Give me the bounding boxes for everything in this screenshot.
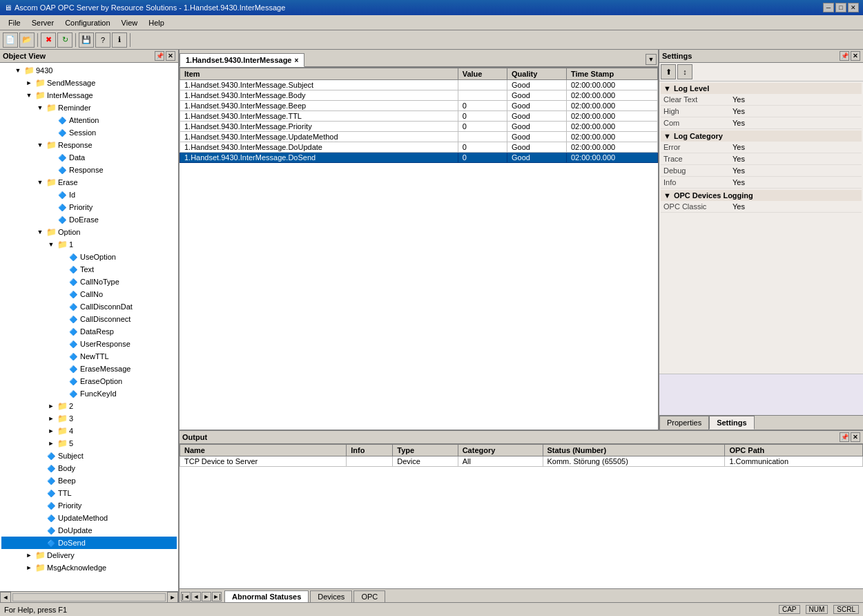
tree-node-nDoErase[interactable]: 🔷DoErase [1, 213, 177, 226]
log-category-header[interactable]: ▼ Log Category [661, 131, 862, 142]
opc-devices-header[interactable]: ▼ OPC Devices Logging [661, 190, 862, 201]
tree-node-nUserResponse[interactable]: 🔷UserResponse [1, 338, 177, 350]
tab-settings[interactable]: Settings [709, 416, 754, 430]
tree-node-nNewTTL[interactable]: 🔷NewTTL [1, 350, 177, 363]
tree-node-nEraseMessage[interactable]: 🔷EraseMessage [1, 363, 177, 375]
tree-node-n3[interactable]: ►📁3 [1, 412, 177, 425]
open-button[interactable]: 📂 [19, 32, 35, 48]
tree-node-nDoUpdate[interactable]: 🔷DoUpdate [1, 524, 177, 537]
tree-node-nPriority2[interactable]: 🔷Priority [1, 499, 177, 512]
tree-expander[interactable]: ► [23, 77, 35, 88]
output-pin-button[interactable]: 📌 [840, 432, 849, 442]
tab-close-button[interactable]: × [294, 57, 298, 64]
tree-node-nSession[interactable]: 🔷Session [1, 126, 177, 139]
output-nav-next[interactable]: ► [202, 592, 211, 601]
tree-node-nDelivery[interactable]: ►📁Delivery [1, 549, 177, 561]
scroll-right-button[interactable]: ► [167, 592, 178, 603]
output-tab-abnormal[interactable]: Abnormal Statuses [224, 590, 309, 602]
table-row[interactable]: 1.Handset.9430.InterMessage.DoSend 0 Goo… [180, 153, 658, 163]
tree-node-nResponse2[interactable]: 🔷Response [1, 164, 177, 176]
table-row[interactable]: 1.Handset.9430.InterMessage.Priority 0 G… [180, 122, 658, 132]
tree-expander[interactable]: ▼ [35, 139, 46, 151]
tree-node-nSendMsg[interactable]: ►📁SendMessage [1, 77, 177, 89]
table-row[interactable]: 1.Handset.9430.InterMessage.TTL 0 Good 0… [180, 111, 658, 122]
new-button[interactable]: 📄 [3, 32, 18, 48]
tree-expander[interactable]: ▼ [12, 65, 23, 76]
tree-expander[interactable]: ► [23, 562, 35, 573]
menu-configuration[interactable]: Configuration [59, 17, 115, 28]
tree-node-nResponse[interactable]: ▼📁Response [1, 139, 177, 151]
output-nav-prev[interactable]: ◄ [191, 592, 201, 601]
output-close-button[interactable]: ✕ [851, 432, 860, 442]
panel-close-button[interactable]: ✕ [166, 51, 175, 61]
tree-node-nData[interactable]: 🔷Data [1, 151, 177, 164]
tree-node-nCallDisconnDat[interactable]: 🔷CallDisconnDat [1, 300, 177, 313]
settings-pin-button[interactable]: 📌 [840, 51, 849, 61]
tree-expander[interactable]: ▼ [35, 227, 46, 238]
table-row[interactable]: 1.Handset.9430.InterMessage.UpdateMethod… [180, 132, 658, 142]
tab-nav-button[interactable]: ▼ [646, 54, 657, 65]
refresh-button[interactable]: ↻ [57, 32, 72, 48]
tree-expander[interactable]: ► [46, 401, 57, 412]
help-button[interactable]: ? [95, 32, 110, 48]
output-tab-devices[interactable]: Devices [310, 590, 352, 602]
tree-node-nText[interactable]: 🔷Text [1, 263, 177, 276]
tree-node-nSubject[interactable]: 🔷Subject [1, 450, 177, 462]
menu-server[interactable]: Server [26, 17, 59, 28]
tree-node-nPriority[interactable]: 🔷Priority [1, 201, 177, 213]
tree-node-nCallDisconnect[interactable]: 🔷CallDisconnect [1, 313, 177, 325]
tree-node-nAttention[interactable]: 🔷Attention [1, 114, 177, 126]
table-row[interactable]: 1.Handset.9430.InterMessage.Body Good 02… [180, 90, 658, 101]
table-row[interactable]: 1.Handset.9430.InterMessage.Subject Good… [180, 80, 658, 90]
tree-node-nErase[interactable]: ▼📁Erase [1, 176, 177, 189]
tree-expander[interactable]: ▼ [35, 102, 46, 113]
tree-node-n9430[interactable]: ▼📁9430 [1, 64, 177, 77]
tree-node-nId[interactable]: 🔷Id [1, 189, 177, 201]
tree-node-nBeep[interactable]: 🔷Beep [1, 474, 177, 487]
tree-node-nOption[interactable]: ▼📁Option [1, 226, 177, 238]
settings-btn-2[interactable]: ↕ [677, 64, 692, 79]
stop-button[interactable]: ✖ [41, 32, 56, 48]
tab-properties[interactable]: Properties [659, 416, 709, 430]
table-row[interactable]: 1.Handset.9430.InterMessage.Beep 0 Good … [180, 101, 658, 111]
tree-expander[interactable]: ► [46, 425, 57, 436]
tree-node-nCallNoType[interactable]: 🔷CallNoType [1, 276, 177, 288]
tree-node-nUseOption[interactable]: 🔷UseOption [1, 251, 177, 263]
menu-help[interactable]: Help [143, 17, 170, 28]
tree-node-n5[interactable]: ►📁5 [1, 437, 177, 450]
settings-close-button[interactable]: ✕ [851, 51, 860, 61]
tree-expander[interactable]: ► [23, 550, 35, 561]
tree-node-n4[interactable]: ►📁4 [1, 425, 177, 437]
panel-pin-button[interactable]: 📌 [155, 51, 164, 61]
tree-node-nEraseOption[interactable]: 🔷EraseOption [1, 375, 177, 387]
tree-expander[interactable]: ▼ [46, 239, 57, 250]
tree-node-nInterMsg[interactable]: ▼📁InterMessage [1, 89, 177, 102]
tree-node-nFuncKeyId[interactable]: 🔷FuncKeyId [1, 387, 177, 400]
tree-node-nTTL[interactable]: 🔷TTL [1, 487, 177, 499]
main-tab[interactable]: 1.Handset.9430.InterMessage × [180, 53, 304, 67]
close-button[interactable]: ✕ [848, 3, 859, 12]
info-button[interactable]: ℹ [112, 32, 127, 48]
tree-node-nUpdateMethod[interactable]: 🔷UpdateMethod [1, 512, 177, 524]
tree-node-n1[interactable]: ▼📁1 [1, 238, 177, 251]
minimize-button[interactable]: ─ [823, 3, 834, 12]
output-nav-first[interactable]: |◄ [181, 592, 191, 601]
scroll-track[interactable] [12, 593, 166, 601]
tree-node-nReminder[interactable]: ▼📁Reminder [1, 102, 177, 114]
tree-expander[interactable]: ► [46, 438, 57, 449]
tree-node-nMsgAckn[interactable]: ►📁MsgAcknowledge [1, 561, 177, 574]
tree-node-nBody[interactable]: 🔷Body [1, 462, 177, 474]
output-tab-opc[interactable]: OPC [353, 590, 385, 602]
log-level-header[interactable]: ▼ Log Level [661, 83, 862, 94]
tree-expander[interactable]: ▼ [35, 177, 46, 188]
save-button[interactable]: 💾 [79, 32, 94, 48]
menu-view[interactable]: View [116, 17, 144, 28]
output-nav-last[interactable]: ►| [212, 592, 222, 601]
table-row[interactable]: 1.Handset.9430.InterMessage.DoUpdate 0 G… [180, 142, 658, 153]
maximize-button[interactable]: □ [835, 3, 846, 12]
tree-node-n2[interactable]: ►📁2 [1, 400, 177, 412]
settings-btn-1[interactable]: ⬆ [661, 64, 676, 79]
scroll-left-button[interactable]: ◄ [0, 592, 11, 603]
output-row[interactable]: TCP Device to Server Device All Komm. St… [180, 456, 863, 467]
tree-node-nDataResp[interactable]: 🔷DataResp [1, 325, 177, 338]
